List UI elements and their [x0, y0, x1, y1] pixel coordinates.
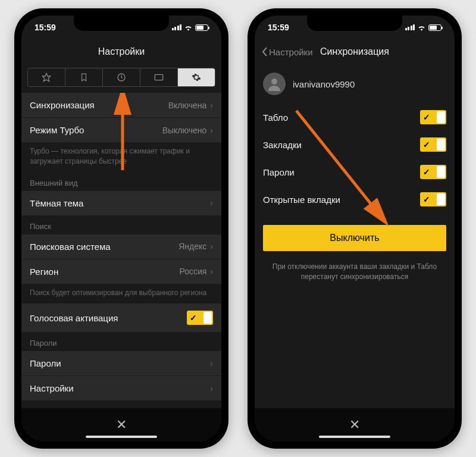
section-search: Поиск	[21, 216, 221, 234]
sync-label: Пароли	[263, 167, 295, 177]
row-settings[interactable]: Настройки ›	[21, 376, 221, 401]
row-search-engine[interactable]: Поисковая система Яндекс›	[21, 234, 221, 259]
home-indicator	[86, 436, 157, 438]
row-label: Режим Турбо	[30, 125, 84, 135]
toggle-tabs[interactable]: ✓	[420, 192, 446, 206]
chevron-right-icon: ›	[210, 101, 213, 110]
person-icon	[267, 77, 281, 91]
check-icon: ✓	[423, 195, 430, 204]
sync-content: ivanivanov9990 Табло ✓ Закладки ✓ Пароли…	[255, 64, 455, 408]
row-turbo[interactable]: Режим Турбо Выключено›	[21, 118, 221, 143]
disable-button[interactable]: Выключить	[263, 225, 446, 251]
notch	[74, 15, 169, 31]
row-region[interactable]: Регион Россия›	[21, 259, 221, 284]
check-icon: ✓	[190, 313, 197, 323]
settings-content: Синхронизация Включена› Режим Турбо Выкл…	[21, 93, 221, 408]
svg-marker-0	[42, 73, 50, 81]
avatar	[263, 73, 286, 95]
row-label: Поисковая система	[30, 242, 111, 252]
status-time: 15:59	[268, 23, 289, 32]
check-icon: ✓	[423, 167, 430, 177]
disable-hint: При отключении аккаунта ваши закладки и …	[255, 257, 455, 287]
chevron-right-icon: ›	[210, 126, 213, 135]
sync-label: Открытые вкладки	[263, 195, 340, 205]
chevron-right-icon: ›	[210, 267, 213, 276]
row-value: Россия	[179, 267, 206, 276]
tab-bookmarks[interactable]	[65, 68, 103, 86]
close-icon[interactable]: ✕	[349, 417, 360, 433]
sync-label: Закладки	[263, 140, 302, 150]
row-label: Регион	[30, 267, 58, 277]
row-sync[interactable]: Синхронизация Включена›	[21, 93, 221, 118]
row-label: Пароли	[30, 358, 61, 368]
sync-item-tablo: Табло ✓	[255, 104, 455, 131]
check-icon: ✓	[423, 140, 430, 149]
toggle-passwords[interactable]: ✓	[420, 165, 446, 179]
row-label: Голосовая активация	[30, 313, 118, 323]
close-icon[interactable]: ✕	[116, 417, 127, 433]
chevron-right-icon: ›	[210, 359, 213, 368]
wifi-icon	[184, 24, 193, 31]
region-hint: Поиск будет оптимизирован для выбранного…	[21, 284, 221, 304]
tab-history[interactable]	[103, 68, 140, 86]
phone-right: 15:59 Настройки Синхронизация ivanivanov…	[248, 8, 462, 449]
header-left: Настройки	[21, 39, 221, 64]
sync-item-bookmarks: Закладки ✓	[255, 131, 455, 158]
tab-tabs[interactable]	[140, 68, 178, 86]
user-row[interactable]: ivanivanov9990	[255, 64, 455, 104]
phone-left: 15:59 Настройки Синхронизация Включена› …	[14, 8, 228, 449]
signal-icon	[405, 24, 415, 30]
battery-icon	[428, 24, 441, 31]
home-indicator	[319, 436, 390, 438]
tab-bar	[27, 68, 215, 87]
row-label: Синхронизация	[30, 100, 95, 110]
toggle-tablo[interactable]: ✓	[420, 110, 446, 124]
chevron-left-icon	[262, 47, 268, 57]
signal-icon	[172, 24, 182, 30]
row-privacy: Конфиденциальность	[21, 401, 221, 408]
battery-icon	[195, 24, 208, 31]
page-title: Настройки	[98, 46, 145, 57]
sync-item-tabs: Открытые вкладки ✓	[255, 186, 455, 213]
wifi-icon	[417, 24, 426, 31]
chevron-right-icon: ›	[210, 198, 213, 208]
svg-point-4	[271, 79, 277, 84]
page-title: Синхронизация	[320, 46, 389, 57]
row-label: Настройки	[30, 383, 74, 393]
notch	[307, 15, 402, 31]
check-icon: ✓	[423, 112, 430, 122]
svg-rect-2	[155, 74, 162, 80]
tab-favorites[interactable]	[28, 68, 65, 86]
chevron-right-icon: ›	[210, 242, 213, 251]
row-value: Включена	[168, 101, 207, 110]
section-appearance: Внешний вид	[21, 173, 221, 191]
turbo-hint: Турбо — технология, которая сжимает траф…	[21, 143, 221, 173]
username: ivanivanov9990	[293, 79, 355, 89]
sync-label: Табло	[263, 112, 288, 123]
chevron-right-icon: ›	[210, 384, 213, 393]
header-right: Настройки Синхронизация	[255, 39, 455, 64]
back-label: Настройки	[269, 47, 313, 57]
section-passwords: Пароли	[21, 333, 221, 351]
row-voice-activation[interactable]: Голосовая активация ✓	[21, 303, 221, 333]
row-value: Выключено	[162, 126, 207, 135]
row-value: Яндекс	[178, 242, 206, 251]
status-time: 15:59	[35, 23, 56, 32]
sync-item-passwords: Пароли ✓	[255, 158, 455, 186]
row-dark-theme[interactable]: Тёмная тема ›	[21, 191, 221, 216]
toggle-bookmarks[interactable]: ✓	[420, 137, 446, 152]
row-label: Тёмная тема	[30, 198, 83, 208]
row-passwords[interactable]: Пароли ›	[21, 351, 221, 376]
back-button[interactable]: Настройки	[262, 47, 313, 57]
tab-settings[interactable]	[178, 68, 215, 86]
toggle-voice[interactable]: ✓	[187, 311, 213, 325]
